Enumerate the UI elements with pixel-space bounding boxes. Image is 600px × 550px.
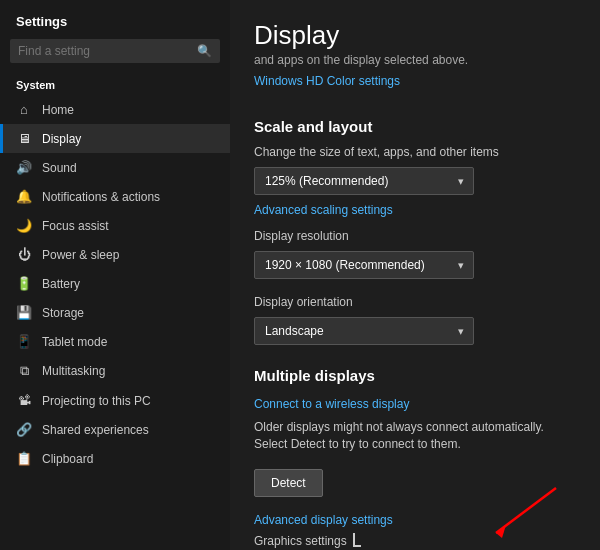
sidebar-item-label-home: Home xyxy=(42,103,74,117)
sidebar-item-home[interactable]: ⌂Home xyxy=(0,95,230,124)
sidebar-item-label-clipboard: Clipboard xyxy=(42,452,93,466)
projecting-icon: 📽 xyxy=(16,393,32,408)
search-input[interactable] xyxy=(18,44,193,58)
battery-icon: 🔋 xyxy=(16,276,32,291)
resolution-dropdown-wrap: 1920 × 1080 (Recommended) 1680 × 1050 16… xyxy=(254,251,474,279)
scale-desc: Change the size of text, apps, and other… xyxy=(254,145,576,159)
sidebar-item-label-battery: Battery xyxy=(42,277,80,291)
sidebar-item-multitasking[interactable]: ⧉Multitasking xyxy=(0,356,230,386)
sidebar-item-label-multitasking: Multitasking xyxy=(42,364,105,378)
sidebar-item-tablet-mode[interactable]: 📱Tablet mode xyxy=(0,327,230,356)
sidebar-item-battery[interactable]: 🔋Battery xyxy=(0,269,230,298)
shared-experiences-icon: 🔗 xyxy=(16,422,32,437)
multitasking-icon: ⧉ xyxy=(16,363,32,379)
sidebar-item-label-storage: Storage xyxy=(42,306,84,320)
display-icon: 🖥 xyxy=(16,131,32,146)
red-arrow-annotation xyxy=(476,483,566,543)
sidebar-item-label-tablet-mode: Tablet mode xyxy=(42,335,107,349)
graphics-settings-link[interactable]: Graphics settings xyxy=(254,534,347,548)
advanced-scaling-link[interactable]: Advanced scaling settings xyxy=(254,203,576,217)
sidebar-item-power-sleep[interactable]: ⏻Power & sleep xyxy=(0,240,230,269)
sidebar-item-label-projecting: Projecting to this PC xyxy=(42,394,151,408)
sidebar-item-sound[interactable]: 🔊Sound xyxy=(0,153,230,182)
wireless-display-link[interactable]: Connect to a wireless display xyxy=(254,397,409,411)
home-icon: ⌂ xyxy=(16,102,32,117)
resolution-dropdown[interactable]: 1920 × 1080 (Recommended) 1680 × 1050 16… xyxy=(254,251,474,279)
sidebar-item-label-sound: Sound xyxy=(42,161,77,175)
sidebar-item-label-display: Display xyxy=(42,132,81,146)
sidebar-item-focus-assist[interactable]: 🌙Focus assist xyxy=(0,211,230,240)
sidebar: Settings 🔍 System ⌂Home🖥Display🔊Sound🔔No… xyxy=(0,0,230,550)
sidebar-item-notifications[interactable]: 🔔Notifications & actions xyxy=(0,182,230,211)
orientation-label: Display orientation xyxy=(254,295,576,309)
resolution-label: Display resolution xyxy=(254,229,576,243)
main-content: Display and apps on the display selected… xyxy=(230,0,600,550)
sidebar-item-label-notifications: Notifications & actions xyxy=(42,190,160,204)
storage-icon: 💾 xyxy=(16,305,32,320)
sidebar-item-storage[interactable]: 💾Storage xyxy=(0,298,230,327)
hd-color-link[interactable]: Windows HD Color settings xyxy=(254,74,400,88)
scale-dropdown[interactable]: 125% (Recommended) 100% 150% 175% xyxy=(254,167,474,195)
tablet-mode-icon: 📱 xyxy=(16,334,32,349)
sidebar-item-display[interactable]: 🖥Display xyxy=(0,124,230,153)
sidebar-item-label-shared-experiences: Shared experiences xyxy=(42,423,149,437)
settings-title: Settings xyxy=(0,0,230,39)
orientation-dropdown[interactable]: Landscape Portrait Landscape (flipped) P… xyxy=(254,317,474,345)
search-bar[interactable]: 🔍 xyxy=(10,39,220,63)
sidebar-item-projecting[interactable]: 📽Projecting to this PC xyxy=(0,386,230,415)
detect-button[interactable]: Detect xyxy=(254,469,323,497)
sidebar-item-label-power-sleep: Power & sleep xyxy=(42,248,119,262)
multiple-displays-title: Multiple displays xyxy=(254,367,576,384)
system-section-label: System xyxy=(0,73,230,95)
sidebar-item-shared-experiences[interactable]: 🔗Shared experiences xyxy=(0,415,230,444)
power-sleep-icon: ⏻ xyxy=(16,247,32,262)
page-title: Display xyxy=(254,20,576,51)
bottom-links-section: Advanced display settings Graphics setti… xyxy=(254,513,576,549)
sidebar-item-clipboard[interactable]: 📋Clipboard xyxy=(0,444,230,473)
sidebar-item-label-focus-assist: Focus assist xyxy=(42,219,109,233)
clipboard-icon: 📋 xyxy=(16,451,32,466)
multiple-displays-desc: Older displays might not always connect … xyxy=(254,419,574,453)
search-icon: 🔍 xyxy=(197,44,212,58)
sound-icon: 🔊 xyxy=(16,160,32,175)
cursor-icon xyxy=(353,533,361,547)
notifications-icon: 🔔 xyxy=(16,189,32,204)
scale-section-title: Scale and layout xyxy=(254,118,576,135)
focus-assist-icon: 🌙 xyxy=(16,218,32,233)
scale-dropdown-wrap: 125% (Recommended) 100% 150% 175% ▾ xyxy=(254,167,474,195)
orientation-dropdown-wrap: Landscape Portrait Landscape (flipped) P… xyxy=(254,317,474,345)
sidebar-nav: ⌂Home🖥Display🔊Sound🔔Notifications & acti… xyxy=(0,95,230,473)
subtitle: and apps on the display selected above. xyxy=(254,53,576,67)
